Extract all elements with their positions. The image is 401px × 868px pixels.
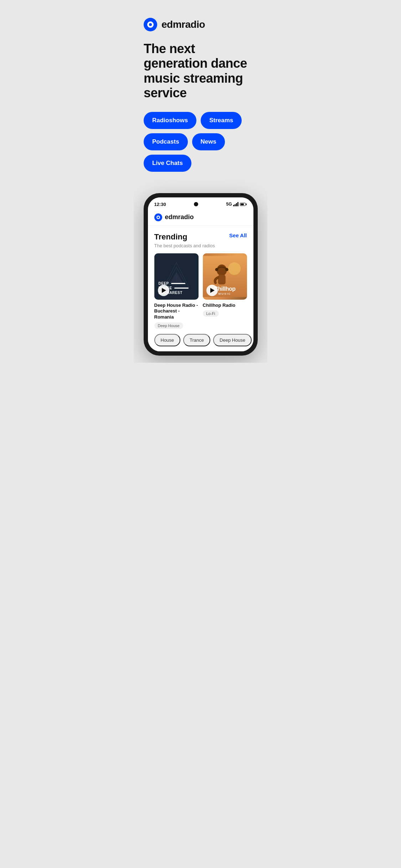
status-bar: 12:30 5G	[148, 197, 253, 210]
top-section: edmradio The next generation dance music…	[134, 0, 267, 182]
signal-bar-1	[233, 205, 234, 206]
status-right: 5G	[226, 202, 247, 207]
news-pill[interactable]: News	[192, 133, 225, 150]
cards-row: DEEP HOUSE BUCHAREST	[154, 253, 247, 329]
chillhop-genre-tag: Lo-Fi	[203, 310, 219, 317]
logo-text: edmradio	[161, 19, 205, 30]
trending-header: Trending See All	[154, 232, 247, 242]
phone-wrapper: 12:30 5G	[134, 182, 267, 363]
phone-screen: 12:30 5G	[148, 197, 253, 352]
deep-house-bar-2	[174, 288, 189, 289]
signal-bar-2	[235, 204, 236, 206]
phone-frame: 12:30 5G	[144, 193, 258, 356]
signal-bar-3	[236, 203, 237, 206]
radioshows-pill[interactable]: Radioshows	[144, 112, 196, 129]
status-camera	[194, 202, 198, 206]
trance-genre-pill[interactable]: Trance	[183, 334, 210, 346]
svg-point-15	[225, 268, 228, 271]
svg-point-2	[149, 23, 152, 26]
app-logo-icon	[154, 213, 162, 221]
deep-house-title: Deep House Radio - Bucharest - Romania	[154, 303, 199, 321]
trending-subtitle: The best podcasts and radios	[154, 243, 247, 248]
chillhop-play-button[interactable]	[206, 285, 218, 296]
see-all-button[interactable]: See All	[229, 232, 247, 238]
deep-house-card[interactable]: DEEP HOUSE BUCHAREST	[154, 253, 199, 329]
deep-house-card-image: DEEP HOUSE BUCHAREST	[154, 253, 199, 300]
trending-title: Trending	[154, 232, 187, 242]
app-header: edmradio	[148, 210, 253, 226]
status-time: 12:30	[154, 202, 166, 207]
livechats-pill[interactable]: Live Chats	[144, 155, 191, 172]
edmradio-logo-icon	[144, 18, 157, 31]
svg-point-14	[215, 268, 218, 271]
play-triangle-icon	[162, 288, 166, 293]
deep-house-genre-tag: Deep House	[154, 322, 183, 329]
chillhop-card-image: Chillhop MUSIC	[203, 253, 247, 300]
deep-house-play-button[interactable]	[158, 285, 169, 296]
signal-bar-4	[237, 202, 238, 206]
deep-house-genre-pill[interactable]: Deep House	[213, 334, 252, 346]
app-content: Trending See All The best podcasts and r…	[148, 226, 253, 329]
svg-point-5	[157, 216, 159, 218]
chillhop-title: Chillhop Radio	[203, 303, 247, 309]
svg-point-12	[228, 262, 240, 275]
logo-row: edmradio	[144, 18, 257, 31]
svg-rect-16	[218, 275, 225, 284]
podcasts-pill[interactable]: Podcasts	[144, 133, 188, 150]
deep-house-bar-1	[171, 283, 185, 284]
svg-point-13	[216, 264, 226, 276]
chillhop-play-triangle-icon	[210, 288, 215, 293]
signal-bars-icon	[233, 202, 238, 206]
app-logo-text: edmradio	[165, 213, 194, 221]
battery-icon	[240, 203, 247, 206]
page-wrapper: edmradio The next generation dance music…	[134, 0, 267, 363]
pills-row: Radioshows Streams Podcasts News Live Ch…	[144, 112, 257, 172]
network-label: 5G	[226, 202, 232, 207]
chillhop-card[interactable]: Chillhop MUSIC Chillhop Radio Lo-Fi	[203, 253, 247, 329]
house-genre-pill[interactable]: House	[154, 334, 181, 346]
streams-pill[interactable]: Streams	[201, 112, 242, 129]
genre-pills-row: House Trance Deep House Drum	[148, 329, 253, 351]
headline: The next generation dance music streamin…	[144, 41, 257, 100]
